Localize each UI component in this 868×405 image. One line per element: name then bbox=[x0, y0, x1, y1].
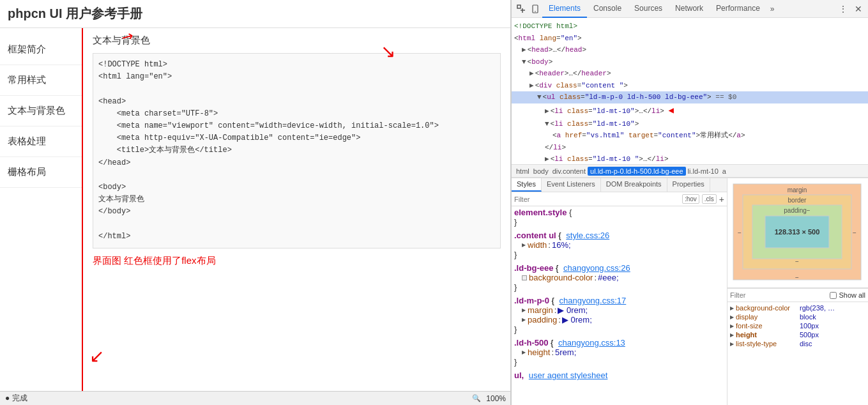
css-rule-user-agent: ul, user agent stylesheet bbox=[514, 371, 724, 380]
styles-tabs: Styles Event Listeners DOM Breakpoints P… bbox=[512, 178, 727, 192]
caption-text: 界面图 红色框使用了flex布局 bbox=[93, 255, 501, 267]
styles-left: Styles Event Listeners DOM Breakpoints P… bbox=[512, 178, 727, 405]
tree-li-1[interactable]: ▶<li class="ld-mt-10">…</li> ◀ bbox=[512, 103, 868, 118]
css-rule-bg-eee: .ld-bg-eee { changyong.css:26 background… bbox=[514, 263, 724, 292]
sidebar-item-grid[interactable]: 栅格布局 bbox=[0, 157, 82, 188]
tree-div-content[interactable]: ▶<div class="content "> bbox=[512, 80, 868, 92]
css-prop-width: ▶ width: 16%; bbox=[514, 240, 724, 250]
tab-more[interactable]: » bbox=[766, 2, 779, 16]
padding-label: padding− bbox=[784, 207, 811, 214]
tab-styles[interactable]: Styles bbox=[512, 178, 542, 192]
html-tree: <!DOCTYPE html> <html lang="en"> ▶<head>… bbox=[512, 18, 868, 165]
css-source-ua[interactable]: user agent stylesheet bbox=[529, 371, 608, 380]
css-rule-element-style: element.style { } bbox=[514, 208, 724, 227]
status-bar: ● 完成 🔍 100% bbox=[0, 391, 511, 405]
tab-event-listeners[interactable]: Event Listeners bbox=[542, 178, 601, 192]
tree-doctype: <!DOCTYPE html> bbox=[512, 20, 868, 33]
tree-ul-selected[interactable]: ▼<ul class="ld-m-p-0 ld-h-500 ld-bg-eee"… bbox=[512, 91, 868, 103]
css-source-changyong2[interactable]: changyong.css:17 bbox=[559, 296, 626, 305]
hov-button[interactable]: :hov bbox=[682, 194, 699, 204]
webpage-panel: phpcn UI 用户参考手册 ➜ 框架简介 常用样式 文本与背景色 表格处理 … bbox=[0, 0, 511, 405]
device-mode-icon[interactable] bbox=[528, 2, 542, 16]
computed-prop-display: ▶ display block bbox=[730, 312, 865, 321]
zoom-level: 100% bbox=[486, 394, 506, 403]
devtools-settings-icon[interactable]: ⋮ bbox=[836, 2, 850, 16]
color-swatch-eee[interactable] bbox=[522, 275, 527, 280]
margin-label: margin bbox=[788, 187, 807, 194]
styles-filter-bar: :hov .cls + bbox=[512, 192, 727, 206]
css-prop-margin: ▶ margin: ▶ 0rem; bbox=[514, 305, 724, 315]
svg-point-4 bbox=[535, 11, 536, 12]
box-model-container: margin − − − border padding− 128.313 × 5… bbox=[727, 178, 868, 288]
tab-sources[interactable]: Sources bbox=[628, 0, 669, 18]
tab-console[interactable]: Console bbox=[587, 0, 628, 18]
tree-body[interactable]: ▼<body> bbox=[512, 56, 868, 68]
sidebar: ➜ 框架简介 常用样式 文本与背景色 表格处理 栅格布局 bbox=[0, 28, 83, 405]
tree-li-2[interactable]: ▼<li class="ld-mt-10"> bbox=[512, 118, 868, 130]
zoom-icon: 🔍 bbox=[472, 394, 481, 402]
sidebar-item-table[interactable]: 表格处理 bbox=[0, 126, 82, 157]
computed-prop-height: ▶ height 500px bbox=[730, 330, 865, 339]
main-content: ↗ 文本与背景色 ↘ <!DOCTYPE html> <html lang="e… bbox=[83, 28, 510, 405]
page-content: ➜ 框架简介 常用样式 文本与背景色 表格处理 栅格布局 ↗ 文本与背景色 ↘ … bbox=[0, 28, 510, 405]
computed-prop-font-size: ▶ font-size 100px bbox=[730, 321, 865, 330]
sidebar-item-intro[interactable]: 框架简介 bbox=[0, 34, 82, 65]
tab-dom-breakpoints[interactable]: DOM Breakpoints bbox=[601, 178, 667, 192]
arrow-bottom: ↙ bbox=[89, 346, 104, 367]
css-source-changyong3[interactable]: changyong.css:13 bbox=[558, 338, 625, 348]
devtools-toolbar: Elements Console Sources Network Perform… bbox=[512, 0, 868, 18]
svg-text:−: − bbox=[738, 229, 742, 236]
tree-a-link[interactable]: <a href="vs.html" target="content">常用样式<… bbox=[512, 130, 868, 142]
computed-prop-list-style: ▶ list-style-type disc bbox=[730, 339, 865, 348]
tab-elements[interactable]: Elements bbox=[542, 0, 587, 18]
show-all-label: Show all bbox=[830, 291, 865, 299]
css-prop-padding: ▶ padding: ▶ 0rem; bbox=[514, 315, 724, 325]
css-source-style[interactable]: style.css:26 bbox=[566, 231, 609, 240]
css-prop-bg-color: background-color: #eee; bbox=[514, 273, 724, 282]
devtools-menu: ⋮ ✕ bbox=[836, 2, 865, 16]
styles-content: element.style { } .content ul { style.cs… bbox=[512, 206, 727, 385]
status-right: 🔍 100% bbox=[472, 394, 506, 403]
tree-li-close: </li> bbox=[512, 142, 868, 154]
devtools-bottom: Styles Event Listeners DOM Breakpoints P… bbox=[512, 178, 868, 405]
computed-right: margin − − − border padding− 128.313 × 5… bbox=[727, 178, 868, 405]
css-source-changyong1[interactable]: changyong.css:26 bbox=[563, 263, 630, 273]
breadcrumb-ul[interactable]: ul.ld-m-p-0.ld-h-500.ld-bg-eee bbox=[588, 167, 686, 176]
cls-button[interactable]: .cls bbox=[702, 194, 717, 204]
tree-head[interactable]: ▶<head>…</head> bbox=[512, 44, 868, 56]
page-title: phpcn UI 用户参考手册 bbox=[0, 0, 510, 28]
inspect-element-icon[interactable] bbox=[514, 2, 528, 16]
tree-html[interactable]: <html lang="en"> bbox=[512, 33, 868, 45]
breadcrumb-div[interactable]: div.content bbox=[551, 167, 588, 175]
box-size-label: 128.313 × 500 bbox=[775, 228, 820, 236]
box-model-svg: margin − − − border padding− 128.313 × 5… bbox=[730, 181, 864, 283]
tab-network[interactable]: Network bbox=[669, 0, 710, 18]
svg-rect-0 bbox=[517, 5, 521, 8]
code-block: <!DOCTYPE html> <html lang="en"> <head> … bbox=[93, 53, 501, 248]
svg-text:−: − bbox=[795, 258, 799, 265]
breadcrumb-body[interactable]: body bbox=[531, 167, 551, 175]
status-text: ● 完成 bbox=[5, 393, 27, 404]
tree-header[interactable]: ▶<header>…</header> bbox=[512, 68, 868, 80]
breadcrumb-html[interactable]: html bbox=[514, 167, 531, 175]
sidebar-item-text[interactable]: 文本与背景色 bbox=[0, 96, 82, 126]
computed-props-list: ▶ background-color rgb(238, … ▶ display … bbox=[727, 302, 868, 349]
css-rule-content-ul: .content ul { style.css:26 ▶ width: 16%;… bbox=[514, 231, 724, 259]
tab-properties[interactable]: Properties bbox=[667, 178, 710, 192]
border-label: border bbox=[788, 197, 807, 204]
tree-li-3[interactable]: ▶<li class="ld-mt-10 ">…</li> bbox=[512, 153, 868, 165]
devtools-close-icon[interactable]: ✕ bbox=[851, 2, 865, 16]
show-all-checkbox[interactable] bbox=[830, 292, 837, 299]
sidebar-item-style[interactable]: 常用样式 bbox=[0, 65, 82, 96]
breadcrumb-bar: html body div.content ul.ld-m-p-0.ld-h-5… bbox=[512, 165, 868, 178]
computed-filter-input[interactable] bbox=[730, 291, 827, 299]
styles-filter-input[interactable] bbox=[514, 195, 680, 203]
add-rule-button[interactable]: + bbox=[719, 194, 724, 204]
breadcrumb-a[interactable]: a bbox=[720, 167, 728, 175]
css-prop-height: ▶ height: 5rem; bbox=[514, 348, 724, 357]
css-rule-h-500: .ld-h-500 { changyong.css:13 ▶ height: 5… bbox=[514, 338, 724, 367]
breadcrumb-li[interactable]: li.ld-mt-10 bbox=[686, 167, 720, 175]
computed-prop-bg-color: ▶ background-color rgb(238, … bbox=[730, 303, 865, 312]
svg-text:−: − bbox=[795, 274, 799, 281]
tab-performance[interactable]: Performance bbox=[710, 0, 766, 18]
